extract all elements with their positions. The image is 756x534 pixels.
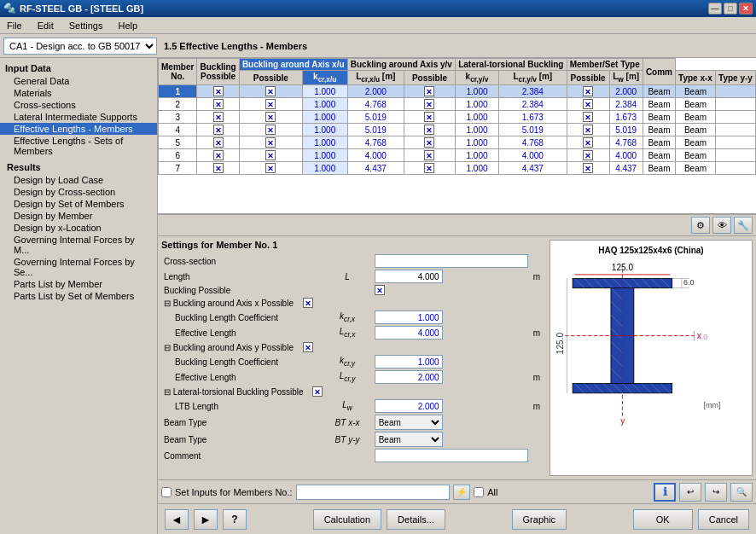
sidebar-item-design-member[interactable]: Design by Member (0, 210, 157, 222)
col-lcryv: Lcr,y/v [m] (499, 71, 567, 85)
app-icon: 🔩 (3, 3, 16, 15)
table-row[interactable]: 11.0002.0001.0002.3842.000BeamBeam (159, 85, 756, 98)
ok-btn[interactable]: OK (633, 509, 693, 530)
table-row[interactable]: 41.0005.0191.0005.0195.019BeamBeam (159, 124, 756, 136)
svg-text:y: y (620, 416, 625, 426)
section-buckling-y: ⊟ Buckling around Axis y Possible (161, 340, 543, 354)
sidebar-item-governing-forces-m[interactable]: Governing Internal Forces by M... (0, 234, 157, 256)
unit-ltb-length: m (531, 398, 543, 414)
table-filter-btn[interactable]: 🔧 (734, 217, 753, 234)
sidebar-item-cross-sections[interactable]: Cross-sections (0, 99, 157, 111)
sidebar-item-design-set-members[interactable]: Design by Set of Members (0, 198, 157, 210)
col-typeyy: Type y-y (715, 71, 755, 85)
unit-bucky-efflen: m (531, 369, 543, 385)
sidebar-item-effective-lengths-sets[interactable]: Effective Lengths - Sets of Members (0, 135, 157, 157)
section-ltb: ⊟ Lateral-torsional Buckling Possible (161, 385, 543, 398)
table-row[interactable]: 71.0004.4371.0004.4374.437BeamBeam (159, 162, 756, 175)
sidebar-item-lateral-intermediate[interactable]: Lateral Intermediate Supports (0, 111, 157, 123)
svg-text:6.0: 6.0 (683, 278, 694, 287)
label-buckx-efflen: Effective Length (161, 325, 323, 340)
calculation-btn[interactable]: Calculation (313, 509, 381, 530)
app-title: RF-STEEL GB - [STEEL GB] (20, 3, 143, 14)
undo-btn[interactable]: ↩ (679, 483, 701, 502)
table-row[interactable]: 51.0004.7681.0004.7684.768BeamBeam (159, 136, 756, 149)
sidebar-item-parts-list-member[interactable]: Parts List by Member (0, 278, 157, 290)
set-inputs-checkbox[interactable] (161, 487, 172, 497)
checkbox-buckling-possible[interactable] (375, 285, 385, 295)
nav-info-btn[interactable]: ? (223, 509, 247, 530)
graphic-btn[interactable]: Graphic (512, 509, 567, 530)
menu-file[interactable]: File (3, 20, 26, 32)
table-settings-btn[interactable]: ⚙ (691, 217, 710, 234)
col-axis-x-header: Buckling around Axis x/u (239, 59, 347, 71)
symbol-beam-type-yy: BT y-y (323, 431, 371, 448)
menu-settings[interactable]: Settings (66, 20, 107, 32)
input-bucky-efflen[interactable] (375, 370, 443, 384)
menu-help[interactable]: Help (114, 20, 141, 32)
label-ltb-length: LTB Length (161, 398, 323, 414)
checkbox-bucky[interactable] (303, 342, 313, 352)
checkbox-buckx[interactable] (303, 298, 313, 308)
symbol-buckx-efflen: Lcr,x (323, 325, 371, 340)
nav-forward-btn[interactable]: ► (194, 509, 218, 530)
settings-panel: Settings for Member No. 1 Cross-section … (158, 236, 546, 479)
col-member-no: MemberNo. (159, 59, 197, 85)
info-btn[interactable]: ℹ (654, 483, 676, 502)
label-comment: Comment (161, 448, 323, 463)
symbol-length: L (323, 269, 371, 284)
sidebar-item-parts-list-sets[interactable]: Parts List by Set of Members (0, 290, 157, 302)
sidebar-item-design-x-location[interactable]: Design by x-Location (0, 222, 157, 234)
table-view-btn[interactable]: 👁 (712, 217, 731, 234)
table-row[interactable]: 21.0004.7681.0002.3842.384BeamBeam (159, 98, 756, 111)
redo-btn[interactable]: ↪ (705, 483, 727, 502)
status-bar: Set Inputs for Members No.: ⚡ All ℹ ↩ ↪ … (158, 479, 756, 503)
design-case-select[interactable]: CA1 - Design acc. to GB 50017 (3, 38, 157, 55)
input-buckx-coeff[interactable] (375, 311, 443, 324)
nav-back-btn[interactable]: ◄ (165, 509, 189, 530)
cancel-btn[interactable]: Cancel (698, 509, 749, 530)
col-comm-header: Comm (643, 59, 675, 85)
maximize-button[interactable]: □ (724, 3, 737, 15)
col-buckling: BucklingPossible (197, 59, 239, 85)
label-length: Length (161, 269, 323, 284)
close-button[interactable]: ✕ (739, 3, 753, 15)
col-by-poss: Possible (404, 71, 455, 85)
sidebar-item-design-cross-section[interactable]: Design by Cross-section (0, 186, 157, 198)
col-kcrxu: kcr,x/u (302, 71, 347, 85)
sidebar-item-design-load-case[interactable]: Design by Load Case (0, 174, 157, 186)
details-btn[interactable]: Details... (387, 509, 445, 530)
label-bucky-efflen: Effective Length (161, 369, 323, 385)
sidebar: Input Data General Data Materials Cross-… (0, 58, 158, 534)
input-ltb-length[interactable] (375, 399, 443, 413)
zoom-btn[interactable]: 🔍 (730, 483, 753, 502)
sidebar-item-effective-lengths-members[interactable]: Effective Lengths - Members (0, 123, 157, 135)
input-cross-section[interactable] (375, 254, 528, 268)
all-checkbox[interactable] (474, 487, 484, 497)
sidebar-item-governing-forces-s[interactable]: Governing Internal Forces by Se... (0, 256, 157, 278)
col-member-type-header: Member/Set Type (567, 59, 643, 71)
select-beam-type-yy[interactable]: Beam (375, 432, 443, 447)
col-ltb-header: Lateral-torsional Buckling (456, 59, 567, 71)
label-buckling-possible: Buckling Possible (161, 284, 323, 296)
table-row[interactable]: 61.0004.0001.0004.0004.000BeamBeam (159, 149, 756, 162)
sidebar-item-general-data[interactable]: General Data (0, 75, 157, 87)
col-typexx: Type x-x (676, 71, 716, 85)
col-kcryv: kcr,y/v (456, 71, 499, 85)
section-graphic-panel: HAQ 125x125x4x6 (China) 125.0 (550, 240, 753, 476)
input-bucky-coeff[interactable] (375, 355, 443, 369)
table-row[interactable]: 31.0005.0191.0001.6731.673BeamBeam (159, 111, 756, 124)
label-beam-type-xx: Beam Type (161, 414, 323, 431)
input-comment[interactable] (375, 449, 528, 462)
symbol-bucky-efflen: Lcr,y (323, 369, 371, 385)
apply-icon-btn[interactable]: ⚡ (453, 485, 470, 500)
all-label: All (487, 487, 497, 497)
minimize-button[interactable]: — (708, 3, 722, 15)
select-beam-type-xx[interactable]: Beam (375, 415, 443, 430)
member-numbers-input[interactable] (296, 485, 451, 500)
checkbox-ltb[interactable] (312, 386, 323, 397)
sidebar-item-materials[interactable]: Materials (0, 87, 157, 99)
menu-edit[interactable]: Edit (34, 20, 57, 32)
input-length[interactable] (375, 270, 443, 283)
input-buckx-efflen[interactable] (375, 326, 443, 340)
col-lcrxu: Lcr,x/u [m] (347, 71, 404, 85)
